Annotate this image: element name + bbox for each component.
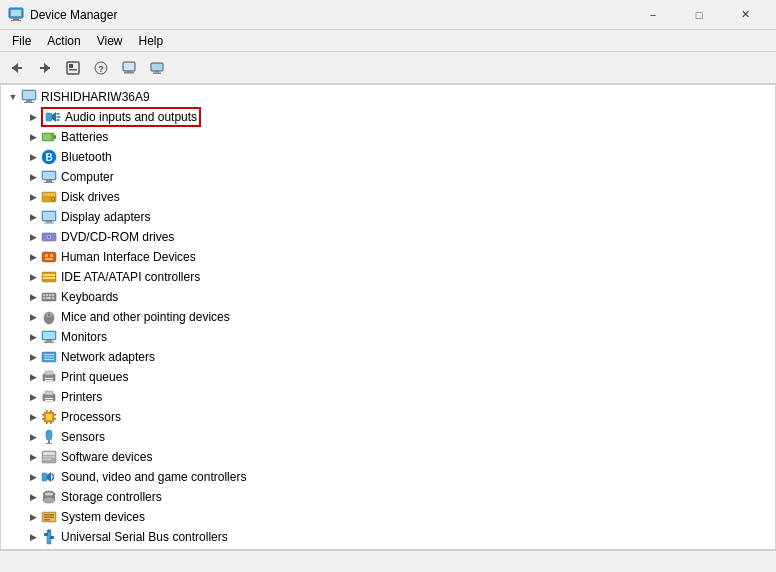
- tree-node-network[interactable]: Network adapters: [1, 347, 775, 367]
- tree-node-storage[interactable]: Storage controllers: [1, 487, 775, 507]
- svg-rect-79: [51, 375, 53, 377]
- software-icon: [41, 449, 57, 465]
- tree-node-audio[interactable]: Audio inputs and outputs: [1, 107, 775, 127]
- tree-node-display[interactable]: Display adapters: [1, 207, 775, 227]
- svg-rect-61: [43, 297, 45, 299]
- toolbar-properties[interactable]: [60, 55, 86, 81]
- tree-node-software[interactable]: Software devices: [1, 447, 775, 467]
- tree-node-system[interactable]: System devices: [1, 507, 775, 527]
- svg-rect-109: [44, 514, 54, 516]
- svg-rect-21: [23, 91, 35, 99]
- svg-text:B: B: [45, 152, 52, 163]
- svg-rect-68: [43, 332, 55, 339]
- svg-rect-93: [50, 422, 52, 424]
- svg-rect-16: [124, 72, 134, 74]
- hid-chevron: [25, 249, 41, 265]
- keyboard-icon: [41, 289, 57, 305]
- svg-rect-55: [43, 277, 55, 279]
- tree-root[interactable]: RISHIDHARIW36A9: [1, 87, 775, 107]
- svg-rect-114: [50, 536, 54, 539]
- system-icon: [41, 509, 57, 525]
- ide-chevron: [25, 269, 41, 285]
- bluetooth-chevron: [25, 149, 41, 165]
- tree-node-processors[interactable]: Processors: [1, 407, 775, 427]
- tree-node-keyboard[interactable]: Keyboards: [1, 287, 775, 307]
- svg-rect-82: [45, 398, 53, 399]
- audio-icon: [45, 109, 61, 125]
- tree-node-sensors[interactable]: Sensors: [1, 427, 775, 447]
- sound-icon: [41, 469, 57, 485]
- network-chevron: [25, 349, 41, 365]
- computer-icon: [21, 89, 37, 105]
- svg-rect-43: [43, 212, 55, 220]
- tree-node-mice[interactable]: Mice and other pointing devices: [1, 307, 775, 327]
- ide-label: IDE ATA/ATAPI controllers: [61, 270, 200, 284]
- svg-rect-88: [54, 414, 56, 416]
- tree-node-bluetooth[interactable]: B Bluetooth: [1, 147, 775, 167]
- svg-rect-73: [44, 357, 54, 358]
- svg-rect-100: [43, 459, 51, 461]
- svg-rect-81: [45, 391, 53, 395]
- toolbar-back[interactable]: [4, 55, 30, 81]
- menu-help[interactable]: Help: [131, 32, 172, 50]
- usb-icon: [41, 529, 57, 545]
- tree-node-disk[interactable]: Disk drives: [1, 187, 775, 207]
- menu-view[interactable]: View: [89, 32, 131, 50]
- menu-file[interactable]: File: [4, 32, 39, 50]
- audio-chevron: [25, 109, 41, 125]
- svg-rect-36: [46, 180, 52, 182]
- svg-rect-89: [54, 418, 56, 420]
- svg-rect-86: [42, 414, 44, 416]
- svg-rect-63: [52, 297, 54, 299]
- system-chevron: [25, 509, 41, 525]
- tree-node-usb[interactable]: Universal Serial Bus controllers: [1, 527, 775, 547]
- svg-rect-70: [44, 342, 54, 344]
- menu-action[interactable]: Action: [39, 32, 88, 50]
- tree-node-dvd[interactable]: DVD/CD-ROM drives: [1, 227, 775, 247]
- svg-rect-45: [44, 223, 54, 224]
- tree-node-batteries[interactable]: Batteries: [1, 127, 775, 147]
- svg-rect-44: [46, 221, 52, 223]
- tree-node-ide[interactable]: IDE ATA/ATAPI controllers: [1, 267, 775, 287]
- svg-text:?: ?: [98, 64, 104, 74]
- minimize-button[interactable]: −: [630, 0, 676, 30]
- monitors-label: Monitors: [61, 330, 107, 344]
- svg-rect-23: [24, 102, 34, 103]
- svg-marker-102: [47, 472, 51, 482]
- toolbar-help[interactable]: ?: [88, 55, 114, 81]
- tree-node-computer[interactable]: Computer: [1, 167, 775, 187]
- keyboard-chevron: [25, 289, 41, 305]
- tree-node-printq[interactable]: Print queues: [1, 367, 775, 387]
- usb-label: Universal Serial Bus controllers: [61, 530, 228, 544]
- svg-rect-74: [44, 359, 54, 360]
- svg-rect-90: [46, 410, 48, 412]
- close-button[interactable]: ✕: [722, 0, 768, 30]
- printq-chevron: [25, 369, 41, 385]
- svg-rect-9: [69, 64, 73, 68]
- svg-rect-22: [26, 100, 32, 102]
- disk-label: Disk drives: [61, 190, 120, 204]
- svg-rect-69: [46, 340, 52, 342]
- tree-node-sound[interactable]: Sound, video and game controllers: [1, 467, 775, 487]
- svg-rect-60: [52, 294, 54, 296]
- computer-label: Computer: [61, 170, 114, 184]
- svg-rect-78: [45, 380, 53, 381]
- svg-rect-113: [44, 533, 48, 536]
- svg-rect-99: [43, 456, 55, 458]
- tree-node-monitors[interactable]: Monitors: [1, 327, 775, 347]
- svg-rect-3: [11, 20, 21, 21]
- display-label: Display adapters: [61, 210, 150, 224]
- tree-node-printers[interactable]: Printers: [1, 387, 775, 407]
- svg-rect-76: [45, 371, 53, 375]
- toolbar-forward[interactable]: [32, 55, 58, 81]
- tree-node-hid[interactable]: Human Interface Devices: [1, 247, 775, 267]
- svg-rect-83: [45, 400, 53, 401]
- device-tree[interactable]: RISHIDHARIW36A9 Audio inputs and outputs: [1, 85, 775, 549]
- maximize-button[interactable]: □: [676, 0, 722, 30]
- mice-label: Mice and other pointing devices: [61, 310, 230, 324]
- disk-icon: [41, 189, 57, 205]
- toolbar-display[interactable]: [144, 55, 170, 81]
- toolbar-update[interactable]: [116, 55, 142, 81]
- battery-icon: [41, 129, 57, 145]
- svg-rect-30: [54, 135, 56, 139]
